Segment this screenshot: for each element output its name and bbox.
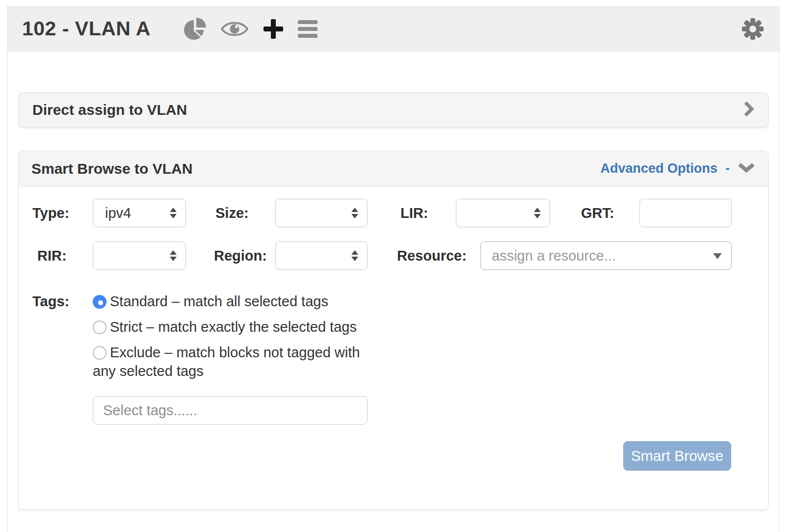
rir-label: RIR: bbox=[37, 241, 67, 270]
size-label: Size: bbox=[215, 199, 249, 227]
radio-icon[interactable] bbox=[93, 295, 106, 309]
smart-browse-header: Smart Browse to VLAN Advanced Options - bbox=[19, 151, 768, 186]
menu-icon[interactable] bbox=[298, 20, 317, 38]
type-select-value: ipv4 bbox=[105, 205, 170, 221]
smart-browse-form: Type: ipv4 Size: LIR: GRT: bbox=[19, 186, 768, 510]
advanced-options-label[interactable]: Advanced Options bbox=[600, 161, 717, 176]
tags-radio-standard[interactable]: Standard – match all selected tags bbox=[93, 292, 360, 311]
select-stepper-icon bbox=[534, 208, 541, 218]
resource-label: Resource: bbox=[397, 241, 467, 270]
type-label: Type: bbox=[32, 199, 69, 227]
resource-input[interactable] bbox=[480, 241, 732, 270]
rir-select[interactable] bbox=[93, 241, 186, 270]
content-area: Direct assign to VLAN Smart Browse to VL… bbox=[7, 92, 779, 510]
lir-select[interactable] bbox=[456, 199, 550, 227]
tags-radio-strict[interactable]: Strict – match exactly the selected tags bbox=[93, 318, 360, 336]
radio-icon[interactable] bbox=[93, 346, 106, 360]
header-icon-group bbox=[183, 17, 317, 41]
smart-browse-title: Smart Browse to VLAN bbox=[31, 160, 192, 177]
page-title: 102 - VLAN A bbox=[22, 17, 151, 40]
region-select[interactable] bbox=[275, 241, 368, 270]
tags-radio-exclude[interactable]: Exclude – match blocks not tagged with a… bbox=[93, 343, 360, 380]
select-stepper-icon bbox=[170, 250, 177, 261]
gear-icon[interactable] bbox=[741, 17, 765, 41]
select-stepper-icon bbox=[351, 208, 358, 218]
type-select[interactable]: ipv4 bbox=[93, 199, 186, 227]
vlan-widget: 102 - VLAN A bbox=[7, 6, 780, 532]
tags-radio-exclude-label: Exclude – match blocks not tagged with a… bbox=[93, 345, 360, 379]
tags-radio-group: Standard – match all selected tags Stric… bbox=[93, 292, 360, 387]
plus-icon[interactable] bbox=[263, 18, 284, 40]
select-tags-input[interactable] bbox=[93, 396, 368, 425]
smart-browse-panel: Smart Browse to VLAN Advanced Options - … bbox=[18, 151, 768, 510]
resource-dropdown[interactable] bbox=[480, 241, 732, 270]
grt-label: GRT: bbox=[581, 199, 614, 227]
select-stepper-icon bbox=[170, 208, 177, 218]
eye-icon[interactable] bbox=[220, 19, 249, 39]
chevron-down-icon[interactable] bbox=[738, 162, 755, 175]
advanced-options-toggle[interactable]: Advanced Options - bbox=[600, 161, 755, 176]
select-stepper-icon bbox=[351, 250, 358, 261]
region-label: Region: bbox=[214, 241, 267, 270]
direct-assign-title: Direct assign to VLAN bbox=[32, 102, 187, 118]
advanced-options-minus[interactable]: - bbox=[725, 161, 730, 176]
tags-radio-standard-label: Standard – match all selected tags bbox=[110, 293, 328, 309]
chevron-right-icon[interactable] bbox=[743, 101, 754, 119]
radio-icon[interactable] bbox=[93, 320, 106, 334]
pie-chart-icon[interactable] bbox=[183, 17, 207, 41]
grt-input[interactable] bbox=[639, 199, 732, 227]
smart-browse-button[interactable]: Smart Browse bbox=[623, 441, 731, 471]
direct-assign-panel[interactable]: Direct assign to VLAN bbox=[18, 92, 768, 128]
lir-label: LIR: bbox=[400, 199, 428, 227]
size-select[interactable] bbox=[275, 199, 368, 227]
tags-label: Tags: bbox=[32, 288, 69, 315]
tags-radio-strict-label: Strict – match exactly the selected tags bbox=[110, 319, 357, 335]
header-bar: 102 - VLAN A bbox=[7, 6, 779, 52]
